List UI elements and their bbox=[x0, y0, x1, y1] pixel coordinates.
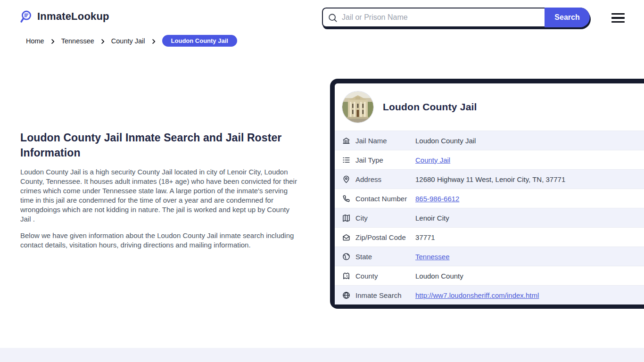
row-value: Tennessee bbox=[415, 253, 450, 261]
row-value: Loudon County Jail bbox=[415, 137, 476, 145]
chevron-right-icon bbox=[100, 38, 106, 44]
summary-paragraph: Below we have given information about th… bbox=[20, 231, 297, 250]
search-input[interactable] bbox=[342, 8, 540, 26]
map-icon bbox=[342, 214, 350, 222]
breadcrumb-current-badge: Loudon County Jail bbox=[162, 35, 237, 47]
article: Loudon County Jail Inmate Search and Jai… bbox=[20, 130, 297, 250]
row-label: Zip/Postal Code bbox=[355, 233, 406, 241]
envelope-icon bbox=[342, 233, 350, 241]
table-row: Contact Number 865-986-6612 bbox=[335, 189, 644, 208]
row-value: 865-986-6612 bbox=[415, 195, 459, 203]
jail-photo bbox=[342, 91, 373, 123]
contact-number-link[interactable]: 865-986-6612 bbox=[415, 195, 459, 203]
page: InmateLookup Search HomeTennesseeCounty … bbox=[0, 0, 644, 362]
table-row: Zip/Postal Code 37771 bbox=[335, 227, 644, 247]
page-title: Loudon County Jail Inmate Search and Jai… bbox=[20, 130, 297, 160]
magnifier-logo-icon bbox=[19, 9, 33, 24]
row-label: Contact Number bbox=[355, 195, 407, 203]
state-link[interactable]: Tennessee bbox=[415, 253, 450, 261]
breadcrumb: HomeTennesseeCounty JailLoudon County Ja… bbox=[26, 35, 237, 47]
row-label: Jail Type bbox=[355, 156, 383, 164]
bank-icon bbox=[342, 137, 350, 145]
row-value: 37771 bbox=[415, 233, 435, 241]
brand-logo[interactable]: InmateLookup bbox=[19, 9, 109, 24]
table-row: Jail Type County Jail bbox=[335, 150, 644, 169]
list-icon bbox=[342, 156, 350, 164]
jail-type-link[interactable]: County Jail bbox=[415, 156, 450, 164]
chevron-right-icon bbox=[151, 38, 157, 44]
row-label: City bbox=[355, 214, 368, 222]
table-row: State Tennessee bbox=[335, 247, 644, 266]
row-label: Inmate Search bbox=[355, 291, 402, 299]
row-value: Lenoir City bbox=[415, 214, 449, 222]
chevron-right-icon bbox=[50, 38, 56, 44]
row-value: 12680 Highway 11 West, Lenoir City, TN, … bbox=[415, 175, 565, 183]
search-icon bbox=[328, 13, 338, 23]
row-label: Address bbox=[355, 175, 381, 183]
footer-band bbox=[0, 348, 644, 362]
map-pin-icon bbox=[342, 175, 350, 183]
search-button[interactable]: Search bbox=[545, 8, 590, 27]
card-header: Loudon County Jail bbox=[335, 83, 644, 131]
intro-paragraph: Loudon County Jail is a high security Co… bbox=[20, 167, 297, 224]
breadcrumb-item-home[interactable]: Home bbox=[26, 37, 44, 45]
globe-icon bbox=[342, 291, 350, 299]
row-value: Loudon County bbox=[415, 272, 463, 280]
jail-card-title: Loudon County Jail bbox=[383, 101, 477, 113]
county-map-icon bbox=[342, 272, 350, 280]
row-label: County bbox=[355, 272, 378, 280]
table-row: City Lenoir City bbox=[335, 208, 644, 227]
table-row: Inmate Search http://ww7.loudonsheriff.c… bbox=[335, 285, 644, 304]
row-label: Jail Name bbox=[355, 137, 387, 145]
phone-icon bbox=[342, 195, 350, 203]
table-row: County Loudon County bbox=[335, 266, 644, 285]
row-value: http://ww7.loudonsheriff.com/index.html bbox=[415, 291, 539, 299]
breadcrumb-item-county-jail[interactable]: County Jail bbox=[111, 37, 145, 45]
menu-icon[interactable] bbox=[611, 13, 625, 23]
breadcrumb-item-tennessee[interactable]: Tennessee bbox=[61, 37, 94, 45]
jail-info-table: Jail Name Loudon County Jail Jail Type C… bbox=[335, 131, 644, 304]
jail-info-card: Loudon County Jail Jail Name Loudon Coun… bbox=[330, 79, 644, 309]
table-row: Address 12680 Highway 11 West, Lenoir Ci… bbox=[335, 169, 644, 189]
globe-americas-icon bbox=[342, 253, 350, 261]
row-value: County Jail bbox=[415, 156, 450, 164]
table-row: Jail Name Loudon County Jail bbox=[335, 131, 644, 150]
row-label: State bbox=[355, 253, 372, 261]
brand-name: InmateLookup bbox=[37, 10, 109, 23]
inmate-search-link[interactable]: http://ww7.loudonsheriff.com/index.html bbox=[415, 291, 539, 299]
jail-search-form: Search bbox=[322, 8, 590, 27]
